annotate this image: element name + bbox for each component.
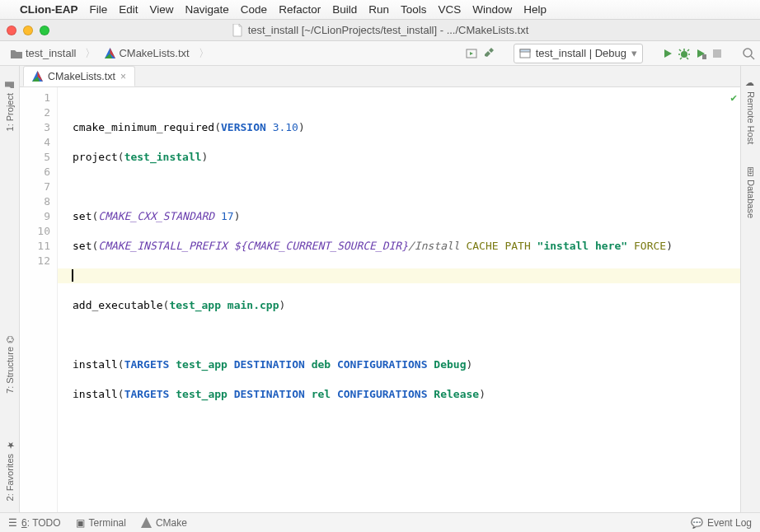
- breadcrumb-project-label: test_install: [26, 47, 76, 59]
- line-number: 3: [20, 120, 50, 135]
- svg-point-6: [744, 49, 752, 57]
- code-content[interactable]: ✔ cmake_minimum_required(VERSION 3.10) p…: [58, 87, 740, 512]
- speech-bubble-icon: 💬: [691, 517, 703, 529]
- tool-structure-label: 7: Structure: [5, 347, 15, 394]
- line-number: 12: [20, 254, 50, 268]
- zoom-window-button[interactable]: [40, 26, 49, 35]
- svg-rect-5: [713, 49, 721, 58]
- stop-button[interactable]: [711, 47, 724, 60]
- terminal-icon: ▣: [76, 517, 85, 529]
- tool-database-label: Database: [746, 180, 756, 218]
- navigation-toolbar: test_install 〉 CMakeLists.txt 〉 test_ins…: [0, 41, 760, 66]
- search-everywhere-icon[interactable]: [742, 47, 755, 60]
- tool-cmake[interactable]: CMake: [141, 517, 187, 529]
- tool-remote-host[interactable]: ☁ Remote Host: [745, 77, 756, 144]
- code-editor[interactable]: 1 2 3 4 5 6 7 8 9 10 11 12 ✔ cmake_minim…: [20, 87, 740, 512]
- chevron-right-icon: 〉: [199, 46, 209, 61]
- window-controls: [7, 26, 49, 35]
- close-window-button[interactable]: [7, 26, 16, 35]
- svg-rect-4: [702, 54, 706, 59]
- line-number: 10: [20, 224, 50, 239]
- run-button[interactable]: [661, 47, 674, 60]
- run-with-coverage-button[interactable]: [694, 47, 707, 60]
- line-number: 1: [20, 91, 50, 105]
- menu-run[interactable]: Run: [368, 3, 389, 16]
- breadcrumb-project[interactable]: test_install: [5, 44, 82, 63]
- window-titlebar: test_install [~/CLionProjects/test_insta…: [0, 20, 760, 41]
- breadcrumb-file-label: CMakeLists.txt: [119, 47, 189, 59]
- tool-project-label: 1: Project: [5, 93, 15, 131]
- line-number: 8: [20, 194, 50, 209]
- minimize-window-button[interactable]: [23, 26, 33, 35]
- list-icon: ☰: [8, 517, 17, 529]
- menu-view[interactable]: View: [150, 3, 174, 16]
- menu-code[interactable]: Code: [241, 3, 267, 16]
- line-gutter: 1 2 3 4 5 6 7 8 9 10 11 12: [20, 87, 58, 512]
- menu-tools[interactable]: Tools: [401, 3, 427, 16]
- line-number: 7: [20, 180, 50, 194]
- status-bar: ☰ 6: TODO ▣ Terminal CMake 💬 Event Log: [0, 512, 760, 532]
- tool-remote-label: Remote Host: [746, 91, 756, 144]
- editor: CMakeLists.txt × 1 2 3 4 5 6 7 8 9 10 11…: [20, 66, 740, 512]
- cmake-icon: [105, 48, 115, 58]
- tool-project[interactable]: 1: Project: [5, 81, 15, 131]
- event-log[interactable]: 💬 Event Log: [691, 517, 752, 529]
- structure-icon: ⌬: [4, 335, 15, 343]
- menu-app[interactable]: CLion-EAP: [20, 3, 78, 16]
- build-icon[interactable]: [482, 47, 495, 60]
- main-area: 1: Project 7: Structure ⌬ 2: Favorites ★…: [0, 66, 760, 512]
- tool-todo-mnemonic: 6: [21, 517, 27, 529]
- menu-file[interactable]: File: [90, 3, 108, 16]
- breadcrumb-file[interactable]: CMakeLists.txt: [99, 44, 195, 63]
- remote-host-icon: ☁: [745, 77, 756, 88]
- window-title: test_install [~/CLionProjects/test_insta…: [248, 24, 529, 36]
- cmake-icon: [141, 517, 152, 528]
- tool-terminal-label: Terminal: [89, 517, 126, 529]
- tool-favorites[interactable]: 2: Favorites ★: [4, 440, 15, 501]
- line-number: 2: [20, 105, 50, 120]
- document-icon: [232, 24, 243, 37]
- close-tab-icon[interactable]: ×: [120, 71, 126, 82]
- tab-cmakelists[interactable]: CMakeLists.txt ×: [23, 66, 135, 86]
- right-tool-stripe: ☁ Remote Host 🗄 Database: [740, 66, 760, 512]
- menu-refactor[interactable]: Refactor: [279, 3, 321, 16]
- line-number: 5: [20, 150, 50, 165]
- application-icon: [519, 48, 531, 59]
- menu-window[interactable]: Window: [472, 3, 512, 16]
- menu-build[interactable]: Build: [332, 3, 357, 16]
- line-number: 6: [20, 165, 50, 180]
- line-number: 4: [20, 135, 50, 150]
- macos-menubar: CLion-EAP File Edit View Navigate Code R…: [0, 0, 760, 20]
- tool-terminal[interactable]: ▣ Terminal: [76, 517, 126, 529]
- tool-database[interactable]: 🗄 Database: [746, 167, 756, 218]
- tool-todo-label: : TODO: [27, 517, 61, 529]
- cmake-icon: [32, 71, 43, 82]
- chevron-down-icon: ▾: [631, 47, 637, 59]
- run-config-selector[interactable]: test_install | Debug ▾: [514, 44, 643, 63]
- run-dashboard-icon[interactable]: [466, 47, 479, 60]
- tool-structure[interactable]: 7: Structure ⌬: [4, 335, 15, 394]
- tool-favorites-label: 2: Favorites: [5, 454, 15, 501]
- tool-todo[interactable]: ☰ 6: TODO: [8, 517, 61, 529]
- run-config-label: test_install | Debug: [536, 47, 626, 59]
- menu-vcs[interactable]: VCS: [438, 3, 461, 16]
- menu-navigate[interactable]: Navigate: [185, 3, 229, 16]
- editor-tabs: CMakeLists.txt ×: [20, 66, 740, 87]
- svg-point-3: [681, 51, 687, 58]
- left-tool-stripe: 1: Project 7: Structure ⌬ 2: Favorites ★: [0, 66, 20, 512]
- debug-button[interactable]: [678, 47, 691, 60]
- tab-label: CMakeLists.txt: [48, 71, 115, 82]
- line-number: 9: [20, 209, 50, 224]
- menu-edit[interactable]: Edit: [119, 3, 138, 16]
- chevron-right-icon: 〉: [85, 46, 96, 61]
- event-log-label: Event Log: [707, 517, 752, 529]
- inspection-ok-icon[interactable]: ✔: [730, 91, 737, 105]
- star-icon: ★: [4, 440, 15, 450]
- line-number: 11: [20, 239, 50, 254]
- svg-rect-2: [520, 49, 530, 52]
- menu-help[interactable]: Help: [523, 3, 547, 16]
- folder-icon: [5, 81, 14, 90]
- tool-cmake-label: CMake: [156, 517, 187, 529]
- text-cursor: [72, 269, 73, 282]
- folder-icon: [11, 49, 22, 58]
